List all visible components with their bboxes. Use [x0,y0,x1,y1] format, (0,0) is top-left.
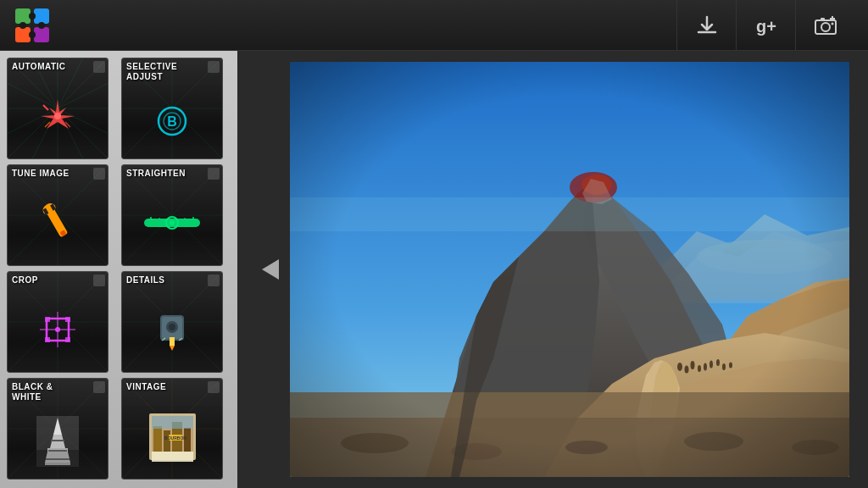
bw-icon [36,416,79,467]
tool-selective-icon-area: B [122,84,222,158]
main-photo [290,62,849,477]
svg-marker-104 [170,346,175,351]
straighten-icon [142,210,202,236]
svg-rect-1 [34,8,49,24]
app-header: g+ [0,0,868,51]
svg-rect-139 [152,416,193,429]
svg-rect-179 [290,62,849,477]
svg-rect-2 [15,27,31,42]
tool-straighten[interactable]: STRAIGHTEN [121,164,223,266]
svg-rect-0 [15,8,31,24]
svg-marker-120 [45,452,70,463]
svg-point-70 [170,220,175,225]
svg-rect-121 [45,463,70,465]
automatic-icon [36,95,79,137]
svg-point-4 [29,13,36,19]
tool-crop[interactable]: CROP [7,271,108,373]
svg-rect-103 [170,337,175,346]
back-button[interactable] [246,248,288,291]
details-icon [153,308,191,351]
svg-point-6 [38,22,45,29]
tool-bw-label: BLACK &WHITE [8,379,108,404]
back-arrow-icon [250,252,284,286]
tool-automatic-label: AUTOMATIC [8,58,108,74]
tool-straighten-label: STRAIGHTEN [122,165,222,180]
svg-text:g+: g+ [756,17,776,36]
svg-rect-88 [45,337,50,342]
tool-automatic[interactable]: AUTOMATIC [7,58,108,159]
vintage-icon: BOURBON [145,409,200,464]
svg-marker-143 [262,259,279,280]
svg-rect-124 [46,458,70,460]
photo-canvas [290,62,849,477]
svg-point-32 [54,113,61,119]
tool-straighten-icon-area [122,180,222,265]
main-area: AUTOMATIC [0,51,868,488]
svg-rect-123 [48,450,67,452]
svg-line-33 [43,105,48,110]
svg-rect-86 [45,317,50,322]
svg-rect-89 [65,337,70,342]
tool-crop-label: CROP [8,272,108,287]
svg-text:B: B [167,114,177,129]
googleplus-button[interactable]: g+ [736,0,795,51]
crop-icon [36,308,79,351]
tool-vintage-icon-area: BOURBON [122,394,222,479]
tools-panel: AUTOMATIC [0,51,237,488]
svg-rect-135 [153,426,162,452]
svg-point-7 [29,31,36,38]
tool-details[interactable]: DETAILS [121,271,223,373]
logo-icon [14,7,51,44]
tool-selective-adjust-label: SELECTIVEADJUST [122,58,222,84]
tool-details-icon-area [122,287,222,372]
tool-details-label: DETAILS [122,272,222,287]
tool-automatic-icon-area [8,74,108,158]
tool-vintage-label: VINTAGE [122,379,222,394]
svg-rect-3 [34,27,49,42]
app-logo [14,7,51,44]
tool-black-white[interactable]: BLACK &WHITE [7,378,108,480]
svg-point-12 [831,22,833,25]
tune-image-icon [36,200,79,247]
svg-point-10 [821,23,830,31]
tool-vintage[interactable]: VINTAGE BOURBON [121,378,223,480]
svg-rect-122 [51,440,64,441]
svg-point-90 [55,327,60,332]
tool-selective-adjust[interactable]: SELECTIVEADJUST B [121,58,223,159]
svg-point-5 [19,22,26,29]
download-button[interactable] [676,0,736,51]
tool-crop-icon-area [8,287,108,372]
header-actions: g+ [676,0,854,51]
camera-button[interactable] [795,0,854,51]
svg-text:BOURBON: BOURBON [164,435,186,441]
svg-point-102 [169,324,175,330]
svg-rect-142 [152,452,193,462]
svg-rect-136 [164,430,170,452]
tool-bw-icon-area [8,404,108,479]
photo-area [237,51,868,488]
selective-adjust-icon: B [151,100,193,142]
svg-rect-11 [821,18,825,21]
tool-tune-icon-area [8,180,108,265]
svg-rect-87 [65,317,70,322]
tool-tune-image[interactable]: TUNE IMAGE [7,164,108,266]
tool-tune-image-label: TUNE IMAGE [8,165,108,180]
